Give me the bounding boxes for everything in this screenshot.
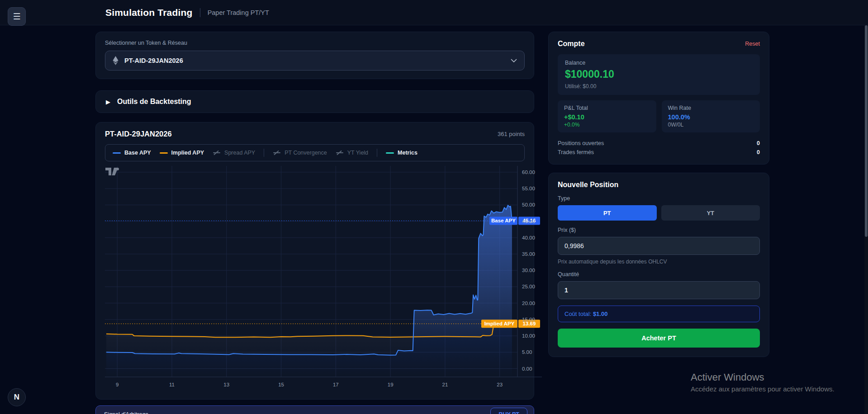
svg-text:9: 9: [116, 382, 119, 387]
backtesting-toggle[interactable]: ▶ Outils de Backtesting: [95, 90, 534, 113]
svg-text:50.00: 50.00: [522, 202, 535, 207]
chart-card: PT-AID-29JAN2026 361 points Base APY Imp…: [95, 122, 534, 400]
svg-text:17: 17: [333, 382, 339, 387]
svg-text:20.00: 20.00: [522, 301, 535, 306]
tradingview-logo: [105, 166, 121, 176]
quantity-label: Quantité: [558, 271, 760, 278]
avatar[interactable]: N: [8, 388, 26, 406]
app-title: Simulation Trading: [105, 7, 193, 18]
used-balance: Utilisé: $0.00: [565, 83, 753, 89]
total-cost-value: $1.00: [593, 310, 608, 317]
open-positions-label: Positions ouvertes: [558, 140, 604, 146]
svg-text:23: 23: [497, 382, 503, 387]
chart-points-count: 361 points: [498, 131, 525, 137]
balance-label: Balance: [565, 60, 753, 66]
closed-trades-value: 0: [757, 149, 760, 155]
title-separator: [200, 8, 200, 17]
ethereum-icon: [113, 56, 119, 65]
buy-pt-button[interactable]: Acheter PT: [558, 329, 760, 348]
total-cost-label: Coût total:: [564, 310, 591, 317]
pnl-label: P&L Total: [564, 105, 650, 111]
winrate-box: Win Rate 100.0% 0W/0L: [662, 100, 760, 132]
chart-title: PT-AID-29JAN2026: [105, 130, 172, 138]
closed-trades-label: Trades fermés: [558, 149, 594, 155]
total-cost-box: Coût total: $1.00: [558, 306, 760, 322]
legend-label: Metrics: [398, 150, 417, 156]
watermark-line2: Accédez aux paramètres pour activer Wind…: [691, 385, 835, 393]
legend-label: YT Yield: [347, 150, 368, 156]
hamburger-icon: ☰: [13, 11, 20, 22]
svg-text:Implied APY: Implied APY: [484, 321, 515, 326]
type-label: Type: [558, 195, 760, 202]
legend-label: PT Convergence: [285, 150, 327, 156]
line-strikethrough-icon: [273, 150, 281, 155]
pnl-value: +$0.10: [564, 113, 650, 121]
quantity-input[interactable]: [558, 281, 760, 299]
pnl-box: P&L Total +$0.10 +0.0%: [558, 100, 656, 132]
pt-type-button[interactable]: PT: [558, 205, 657, 221]
balance-value: $10000.10: [565, 68, 753, 80]
top-header: Simulation Trading Paper Trading PT/YT: [0, 0, 868, 25]
triangle-right-icon: ▶: [106, 99, 110, 105]
svg-text:10.00: 10.00: [522, 333, 535, 339]
token-select-card: Sélectionner un Token & Réseau PT-AID-29…: [95, 32, 534, 79]
open-positions-row: Positions ouvertes 0: [558, 139, 760, 148]
svg-text:21: 21: [442, 382, 448, 387]
svg-text:45.00: 45.00: [522, 219, 535, 224]
balance-box: Balance $10000.10 Utilisé: $0.00: [558, 54, 760, 95]
hamburger-menu-button[interactable]: ☰: [8, 7, 26, 26]
windows-activation-watermark: Activer Windows Accédez aux paramètres p…: [691, 372, 835, 393]
arbitrage-signal-card: Signal d'Arbitrage BUY PT: [95, 405, 534, 414]
account-title: Compte: [558, 40, 585, 48]
svg-text:25.00: 25.00: [522, 284, 535, 289]
svg-text:15.00: 15.00: [522, 317, 535, 322]
svg-text:60.00: 60.00: [522, 169, 535, 175]
svg-text:5.00: 5.00: [522, 349, 532, 355]
backtesting-title: Outils de Backtesting: [117, 98, 191, 106]
chart-legend: Base APY Implied APY Spread APY PT Conve…: [105, 144, 525, 161]
signal-title: Signal d'Arbitrage: [104, 411, 148, 414]
svg-text:19: 19: [388, 382, 394, 387]
new-position-title: Nouvelle Position: [558, 181, 760, 189]
legend-item-yt-yield[interactable]: YT Yield: [336, 150, 368, 156]
legend-item-metrics[interactable]: Metrics: [386, 150, 417, 156]
avatar-letter: N: [14, 393, 19, 402]
reset-button[interactable]: Reset: [745, 41, 760, 47]
svg-text:13: 13: [223, 382, 229, 387]
new-position-card: Nouvelle Position Type PT YT Prix ($) Pr…: [548, 173, 769, 357]
metrics-dash-icon: [386, 152, 394, 154]
line-strikethrough-icon: [336, 150, 344, 155]
watermark-line1: Activer Windows: [691, 372, 835, 383]
token-select-label: Sélectionner un Token & Réseau: [105, 40, 525, 46]
svg-text:35.00: 35.00: [522, 251, 535, 257]
svg-text:40.00: 40.00: [522, 235, 535, 240]
legend-label: Implied APY: [171, 150, 204, 156]
legend-item-pt-convergence[interactable]: PT Convergence: [273, 150, 327, 156]
legend-item-spread-apy[interactable]: Spread APY: [213, 150, 255, 156]
legend-item-implied-apy[interactable]: Implied APY: [160, 150, 204, 156]
svg-text:Base APY: Base APY: [491, 218, 516, 223]
line-strikethrough-icon: [213, 150, 221, 155]
price-hint: Prix automatique depuis les données OHLC…: [558, 259, 760, 265]
closed-trades-row: Trades fermés 0: [558, 148, 760, 157]
legend-label: Base APY: [124, 150, 151, 156]
account-card: Compte Reset Balance $10000.10 Utilisé: …: [548, 32, 769, 165]
svg-text:55.00: 55.00: [522, 186, 535, 191]
price-input[interactable]: [558, 237, 760, 255]
app-subtitle: Paper Trading PT/YT: [208, 9, 269, 16]
price-label: Prix ($): [558, 227, 760, 233]
svg-text:0.00: 0.00: [522, 366, 532, 372]
yt-type-button[interactable]: YT: [661, 205, 760, 221]
winrate-label: Win Rate: [668, 105, 754, 111]
app-screen: Simulation Trading Paper Trading PT/YT ☰…: [0, 0, 868, 414]
winrate-value: 100.0%: [668, 113, 754, 121]
chevron-down-icon: [511, 59, 517, 62]
legend-separator: [264, 149, 264, 157]
buy-pt-signal-button[interactable]: BUY PT: [490, 408, 527, 414]
open-positions-value: 0: [757, 140, 760, 146]
legend-label: Spread APY: [224, 150, 255, 156]
apy-chart[interactable]: Base APY45.16Implied APY13.690.005.0010.…: [105, 166, 542, 393]
legend-item-base-apy[interactable]: Base APY: [113, 150, 151, 156]
scrollbar-thumb[interactable]: [865, 25, 868, 237]
token-select-dropdown[interactable]: PT-AID-29JAN2026: [105, 51, 525, 71]
